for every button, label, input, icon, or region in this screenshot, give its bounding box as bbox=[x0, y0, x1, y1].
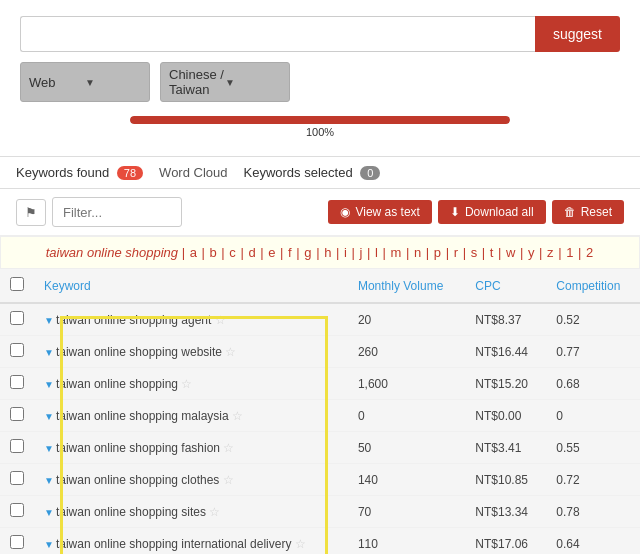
competition-cell: 0.55 bbox=[546, 432, 640, 464]
competition-cell: 0.77 bbox=[546, 336, 640, 368]
keywords-table: Keyword Monthly Volume CPC Competition ▼… bbox=[0, 269, 640, 554]
keywords-found-badge: 78 bbox=[117, 166, 143, 180]
select-all-checkbox[interactable] bbox=[10, 277, 24, 291]
star-icon[interactable]: ☆ bbox=[209, 505, 220, 519]
download-all-label: Download all bbox=[465, 205, 534, 219]
keyword-cell: ▼taiwan online shopping fashion ☆ bbox=[34, 432, 348, 464]
row-checkbox-cell bbox=[0, 336, 34, 368]
search-input[interactable]: taiwan online shopping bbox=[20, 16, 535, 52]
cpc-cell: NT$17.06 bbox=[465, 528, 546, 555]
nav-link-r[interactable]: r bbox=[454, 245, 458, 260]
view-as-text-button[interactable]: ◉ View as text bbox=[328, 200, 431, 224]
nav-link-i[interactable]: i bbox=[344, 245, 347, 260]
row-checkbox[interactable] bbox=[10, 439, 24, 453]
nav-link-2[interactable]: 2 bbox=[586, 245, 593, 260]
nav-link-a[interactable]: a bbox=[190, 245, 197, 260]
competition-header: Competition bbox=[546, 269, 640, 303]
nav-link-s[interactable]: s bbox=[471, 245, 478, 260]
download-all-button[interactable]: ⬇ Download all bbox=[438, 200, 546, 224]
star-icon[interactable]: ☆ bbox=[295, 537, 306, 551]
nav-link-e[interactable]: e bbox=[268, 245, 275, 260]
row-checkbox[interactable] bbox=[10, 311, 24, 325]
nav-link-j[interactable]: j bbox=[360, 245, 363, 260]
competition-cell: 0.68 bbox=[546, 368, 640, 400]
cpc-cell: NT$8.37 bbox=[465, 303, 546, 336]
triangle-icon: ▼ bbox=[44, 475, 54, 486]
nav-link-f[interactable]: f bbox=[288, 245, 292, 260]
triangle-icon: ▼ bbox=[44, 507, 54, 518]
star-icon[interactable]: ☆ bbox=[181, 377, 192, 391]
nav-link-l[interactable]: l bbox=[375, 245, 378, 260]
nav-link-z[interactable]: z bbox=[547, 245, 554, 260]
progress-bar-fill bbox=[130, 116, 510, 124]
filter-icon-button[interactable]: ⚑ bbox=[16, 199, 46, 226]
nav-link-y[interactable]: y bbox=[528, 245, 535, 260]
nav-link-b[interactable]: b bbox=[209, 245, 216, 260]
tab-keywords-selected[interactable]: Keywords selected 0 bbox=[244, 165, 381, 180]
table-row: ▼taiwan online shopping website ☆260NT$1… bbox=[0, 336, 640, 368]
nav-link-t[interactable]: t bbox=[490, 245, 494, 260]
language-dropdown-chevron: ▼ bbox=[225, 77, 281, 88]
competition-cell: 0 bbox=[546, 400, 640, 432]
nav-link-m[interactable]: m bbox=[391, 245, 402, 260]
web-dropdown-label: Web bbox=[29, 75, 85, 90]
keyword-nav-separator: | bbox=[182, 245, 189, 260]
filter-icon: ⚑ bbox=[25, 205, 37, 220]
nav-link-n[interactable]: n bbox=[414, 245, 421, 260]
star-icon[interactable]: ☆ bbox=[225, 345, 236, 359]
star-icon[interactable]: ☆ bbox=[223, 441, 234, 455]
nav-link-h[interactable]: h bbox=[324, 245, 331, 260]
triangle-icon: ▼ bbox=[44, 539, 54, 550]
triangle-icon: ▼ bbox=[44, 443, 54, 454]
volume-cell: 0 bbox=[348, 400, 465, 432]
star-icon[interactable]: ☆ bbox=[215, 313, 226, 327]
star-icon[interactable]: ☆ bbox=[232, 409, 243, 423]
row-checkbox-cell bbox=[0, 368, 34, 400]
keyword-text: taiwan online shopping international del… bbox=[56, 537, 292, 551]
row-checkbox[interactable] bbox=[10, 343, 24, 357]
competition-cell: 0.64 bbox=[546, 528, 640, 555]
keyword-nav: taiwan online shopping | a | b | c | d |… bbox=[0, 236, 640, 269]
progress-label: 100% bbox=[306, 126, 334, 138]
nav-link-c[interactable]: c bbox=[229, 245, 236, 260]
download-icon: ⬇ bbox=[450, 205, 460, 219]
nav-link-p[interactable]: p bbox=[434, 245, 441, 260]
web-dropdown[interactable]: Web ▼ bbox=[20, 62, 150, 102]
reset-button[interactable]: 🗑 Reset bbox=[552, 200, 624, 224]
keyword-text: taiwan online shopping malaysia bbox=[56, 409, 229, 423]
tab-keywords-found[interactable]: Keywords found 78 bbox=[16, 165, 143, 180]
row-checkbox[interactable] bbox=[10, 407, 24, 421]
keyword-cell: ▼taiwan online shopping sites ☆ bbox=[34, 496, 348, 528]
progress-section: 100% bbox=[20, 112, 620, 146]
nav-link-g[interactable]: g bbox=[304, 245, 311, 260]
tab-word-cloud[interactable]: Word Cloud bbox=[159, 165, 227, 180]
cpc-cell: NT$3.41 bbox=[465, 432, 546, 464]
keyword-cell: ▼taiwan online shopping ☆ bbox=[34, 368, 348, 400]
row-checkbox[interactable] bbox=[10, 375, 24, 389]
nav-link-d[interactable]: d bbox=[248, 245, 255, 260]
star-icon[interactable]: ☆ bbox=[223, 473, 234, 487]
row-checkbox[interactable] bbox=[10, 471, 24, 485]
competition-cell: 0.52 bbox=[546, 303, 640, 336]
row-checkbox[interactable] bbox=[10, 535, 24, 549]
table-row: ▼taiwan online shopping international de… bbox=[0, 528, 640, 555]
volume-cell: 110 bbox=[348, 528, 465, 555]
row-checkbox-cell bbox=[0, 400, 34, 432]
triangle-icon: ▼ bbox=[44, 347, 54, 358]
toolbar: ⚑ ◉ View as text ⬇ Download all 🗑 Reset bbox=[0, 189, 640, 236]
keyword-text: taiwan online shopping sites bbox=[56, 505, 206, 519]
filter-input[interactable] bbox=[52, 197, 182, 227]
competition-cell: 0.72 bbox=[546, 464, 640, 496]
triangle-icon: ▼ bbox=[44, 411, 54, 422]
volume-cell: 50 bbox=[348, 432, 465, 464]
keyword-cell: ▼taiwan online shopping malaysia ☆ bbox=[34, 400, 348, 432]
row-checkbox[interactable] bbox=[10, 503, 24, 517]
language-dropdown[interactable]: Chinese / Taiwan ▼ bbox=[160, 62, 290, 102]
nav-link-1[interactable]: 1 bbox=[566, 245, 573, 260]
triangle-icon: ▼ bbox=[44, 315, 54, 326]
search-bar: taiwan online shopping suggest bbox=[20, 16, 620, 52]
keyword-text: taiwan online shopping website bbox=[56, 345, 222, 359]
nav-link-w[interactable]: w bbox=[506, 245, 515, 260]
keyword-nav-base: taiwan online shopping bbox=[46, 245, 178, 260]
suggest-button[interactable]: suggest bbox=[535, 16, 620, 52]
